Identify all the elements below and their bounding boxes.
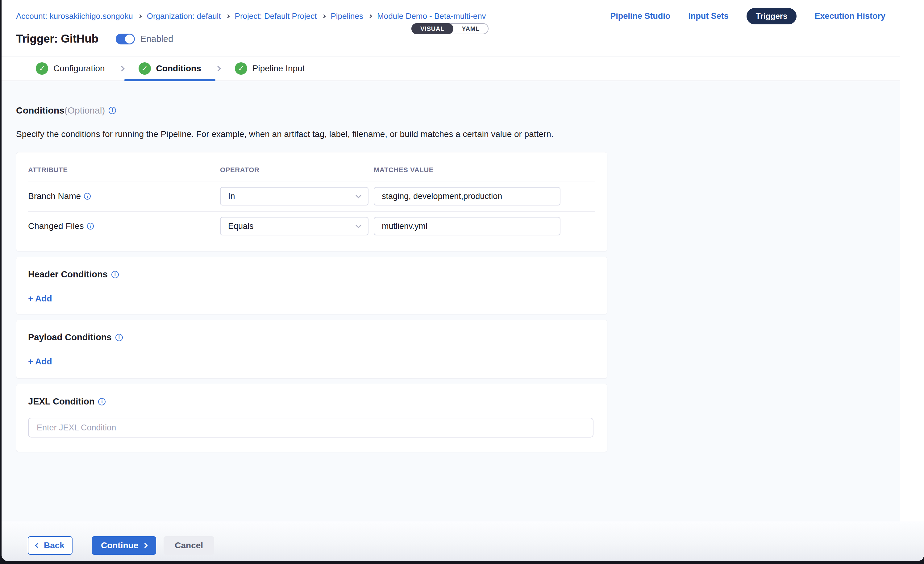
chevron-down-icon	[356, 192, 361, 198]
breadcrumb-pipeline-name[interactable]: Module Demo - Beta-multi-env	[377, 11, 486, 21]
chevron-down-icon	[356, 222, 361, 228]
tab-conditions[interactable]: ✓ Conditions	[124, 57, 215, 81]
column-header-matches-value: MATCHES VALUE	[374, 166, 596, 174]
tab-label: Pipeline Input	[252, 63, 305, 74]
visual-yaml-switch: VISUAL YAML	[411, 23, 489, 34]
toggle-knob-icon	[125, 34, 134, 44]
section-description: Specify the conditions for running the P…	[16, 129, 924, 139]
conditions-panel: Conditions (Optional) i Specify the cond…	[2, 81, 924, 521]
value-cell	[374, 187, 596, 206]
page-title: Trigger: GitHub	[16, 32, 99, 45]
title-row: Trigger: GitHub Enabled	[16, 32, 909, 45]
breadcrumb-organization[interactable]: Organization: default	[147, 11, 221, 21]
wizard-tabbar: ✓ Configuration ✓ Conditions ✓ Pipeline …	[2, 57, 924, 81]
nav-pipeline-studio[interactable]: Pipeline Studio	[610, 11, 670, 21]
attribute-text: Branch Name	[28, 191, 81, 201]
attribute-label: Changed Files i	[28, 221, 220, 231]
header-conditions-title: Header Conditions	[28, 269, 108, 279]
breadcrumb-pipelines[interactable]: Pipelines	[331, 11, 363, 21]
table-row-changed-files: Changed Files i Equals	[28, 211, 596, 241]
attribute-conditions-card: ATTRIBUTE OPERATOR MATCHES VALUE Branch …	[16, 152, 608, 252]
visual-toggle-option[interactable]: VISUAL	[411, 23, 453, 34]
continue-label: Continue	[101, 540, 138, 550]
attribute-label: Branch Name i	[28, 191, 220, 201]
check-circle-icon: ✓	[235, 62, 247, 75]
footer-actions: Back Continue Cancel	[2, 521, 924, 561]
value-cell	[374, 217, 596, 236]
payload-conditions-title: Payload Conditions	[28, 332, 112, 342]
enabled-toggle[interactable]	[116, 34, 135, 44]
attribute-text: Changed Files	[28, 221, 84, 231]
tab-configuration[interactable]: ✓ Configuration	[22, 57, 119, 81]
table-row-branch-name: Branch Name i In	[28, 182, 596, 211]
breadcrumb-account[interactable]: Account: kurosakiichigo.songoku	[16, 11, 133, 21]
info-icon[interactable]: i	[98, 398, 105, 405]
info-icon[interactable]: i	[84, 193, 91, 200]
tab-pipeline-input[interactable]: ✓ Pipeline Input	[220, 57, 319, 81]
selected-operator: In	[228, 192, 235, 201]
payload-conditions-heading: Payload Conditions i	[28, 332, 596, 342]
chevron-right-icon	[215, 66, 220, 71]
check-circle-icon: ✓	[139, 62, 151, 75]
branch-matches-value-input[interactable]	[374, 187, 561, 206]
section-heading: Conditions (Optional) i	[16, 105, 924, 116]
column-header-attribute: ATTRIBUTE	[28, 166, 220, 174]
breadcrumb: Account: kurosakiichigo.songoku Organiza…	[16, 11, 486, 21]
nav-triggers[interactable]: Triggers	[747, 8, 797, 24]
tab-label: Conditions	[156, 63, 201, 74]
pipeline-nav: Pipeline Studio Input Sets Triggers Exec…	[610, 8, 885, 24]
nav-input-sets[interactable]: Input Sets	[688, 11, 729, 21]
breadcrumb-project[interactable]: Project: Default Project	[235, 11, 317, 21]
add-payload-condition-button[interactable]: + Add	[28, 357, 52, 366]
check-circle-icon: ✓	[36, 62, 48, 75]
add-header-condition-button[interactable]: + Add	[28, 294, 52, 304]
info-icon[interactable]: i	[87, 223, 94, 230]
table-header-row: ATTRIBUTE OPERATOR MATCHES VALUE	[28, 152, 596, 182]
operator-cell: Equals	[220, 217, 374, 236]
section-title: Conditions	[16, 105, 64, 116]
page-header: Account: kurosakiichigo.songoku Organiza…	[2, 0, 924, 57]
chevron-left-icon	[35, 543, 40, 548]
chevron-right-icon	[142, 543, 148, 548]
right-gutter	[900, 0, 924, 521]
payload-conditions-card: Payload Conditions i + Add	[16, 320, 608, 379]
chevron-right-icon	[322, 14, 326, 18]
desktop: { "breadcrumb": { "items": [ "Account: k…	[0, 0, 924, 564]
back-label: Back	[44, 540, 64, 550]
optional-label: (Optional)	[64, 105, 105, 116]
chevron-right-icon	[368, 14, 372, 18]
operator-cell: In	[220, 187, 374, 206]
info-icon[interactable]: i	[116, 334, 123, 341]
back-button[interactable]: Back	[28, 536, 72, 555]
chevron-right-icon	[138, 14, 142, 18]
header-top-row: Account: kurosakiichigo.songoku Organiza…	[16, 0, 909, 24]
tab-label: Configuration	[53, 63, 105, 74]
jexl-condition-input[interactable]	[28, 418, 594, 438]
info-icon[interactable]: i	[109, 107, 116, 114]
header-conditions-heading: Header Conditions i	[28, 269, 596, 279]
jexl-heading: JEXL Condition i	[28, 396, 596, 406]
chevron-right-icon	[119, 66, 124, 71]
enabled-label: Enabled	[140, 34, 173, 44]
changed-files-matches-value-input[interactable]	[374, 217, 561, 236]
jexl-condition-card: JEXL Condition i	[16, 384, 608, 452]
cancel-button[interactable]: Cancel	[164, 536, 214, 555]
info-icon[interactable]: i	[111, 271, 119, 278]
nav-execution-history[interactable]: Execution History	[814, 11, 885, 21]
column-header-operator: OPERATOR	[220, 166, 374, 174]
app-window: Account: kurosakiichigo.songoku Organiza…	[2, 0, 924, 561]
chevron-right-icon	[226, 14, 230, 18]
jexl-title: JEXL Condition	[28, 396, 94, 406]
header-conditions-card: Header Conditions i + Add	[16, 257, 608, 314]
continue-button[interactable]: Continue	[92, 536, 156, 555]
branch-operator-select[interactable]: In	[220, 187, 369, 206]
changed-files-operator-select[interactable]: Equals	[220, 217, 369, 236]
selected-operator: Equals	[228, 222, 254, 231]
yaml-toggle-option[interactable]: YAML	[453, 24, 488, 34]
